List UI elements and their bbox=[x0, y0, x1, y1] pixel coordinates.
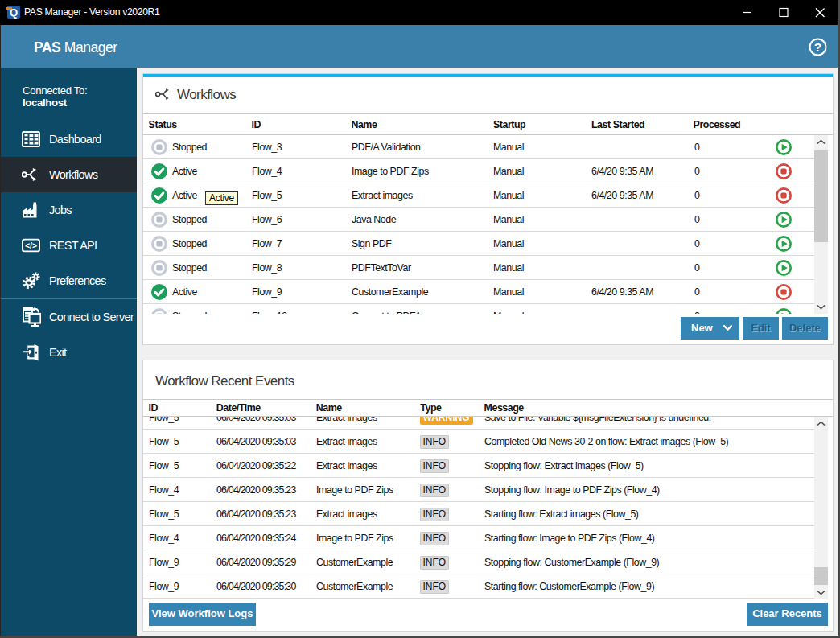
svg-text:?: ? bbox=[814, 40, 821, 54]
svg-text:</>: </> bbox=[25, 240, 37, 249]
